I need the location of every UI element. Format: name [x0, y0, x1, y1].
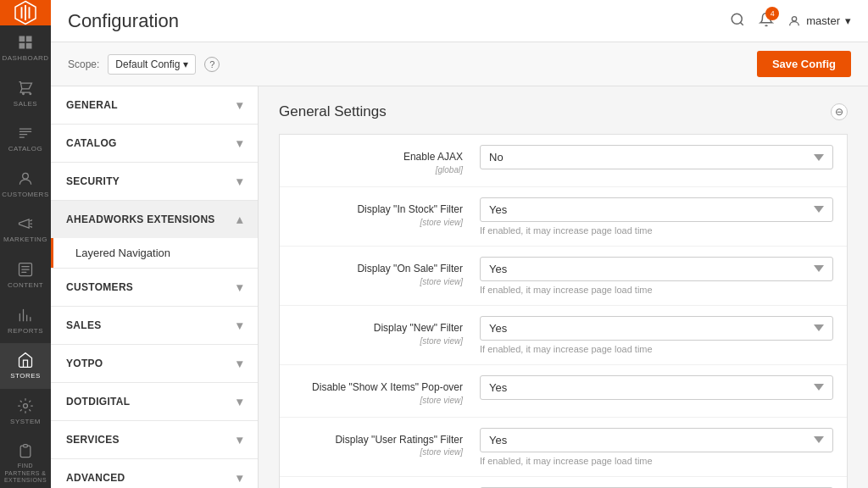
label-enable-ajax: Enable AJAX [global]	[293, 145, 480, 176]
select-in-stock[interactable]: Yes No	[480, 197, 833, 222]
control-show-x: Yes No	[480, 375, 833, 400]
label-show-x: Disable "Show X Items" Pop-over [store v…	[293, 375, 480, 407]
user-dropdown-icon: ▾	[845, 14, 851, 27]
sidebar-item-customers[interactable]: CUSTOMERS	[0, 162, 51, 208]
logo	[0, 0, 51, 25]
nav-sub-item-layered-navigation[interactable]: Layered Navigation	[51, 238, 258, 268]
hint-in-stock: If enabled, it may increase page load ti…	[480, 225, 833, 236]
select-user-ratings[interactable]: Yes No	[480, 428, 833, 452]
nav-section-advanced: ADVANCED ▾	[51, 459, 258, 488]
nav-section-aheadworks: AHEADWORKS EXTENSIONS ▴ Layered Navigati…	[51, 201, 258, 269]
nav-section-header-security[interactable]: SECURITY ▾	[51, 163, 258, 200]
page-title: Configuration	[68, 10, 179, 32]
scope-value: Default Config	[115, 58, 180, 70]
svg-rect-0	[19, 36, 25, 42]
hint-user-ratings: If enabled, it may increase page load ti…	[480, 456, 833, 466]
label-new: Display "New" Filter [store view]	[293, 316, 480, 347]
control-in-stock: Yes No If enabled, it may increase page …	[480, 197, 833, 236]
scope-label: Scope:	[68, 58, 99, 70]
chevron-down-icon: ▾	[236, 471, 242, 485]
user-menu[interactable]: master ▾	[787, 14, 851, 28]
sidebar-item-catalog[interactable]: CATALOG	[0, 116, 51, 162]
nav-section-header-customers[interactable]: CUSTOMERS ▾	[51, 269, 258, 306]
svg-rect-3	[26, 43, 32, 49]
nav-section-header-services[interactable]: SERVICES ▾	[51, 421, 258, 458]
sidebar-item-sales[interactable]: SALES	[0, 71, 51, 117]
catalog-icon	[17, 125, 34, 141]
control-enable-ajax: No Yes	[480, 145, 833, 169]
sidebar-item-find-partners[interactable]: FIND PARTNERS & EXTENSIONS	[0, 434, 51, 488]
label-on-sale: Display "On Sale" Filter [store view]	[293, 257, 480, 288]
svg-point-6	[24, 403, 28, 408]
chevron-down-icon: ▾	[236, 319, 242, 332]
customers-icon	[17, 170, 34, 187]
search-icon[interactable]	[730, 12, 745, 30]
sidebar-item-dashboard[interactable]: DASHBOARD	[0, 25, 51, 71]
nav-section-header-catalog[interactable]: CATALOG ▾	[51, 125, 258, 162]
chevron-down-icon: ▾	[236, 98, 242, 112]
sidebar-item-content[interactable]: CONTENT	[0, 252, 51, 298]
hint-on-sale: If enabled, it may increase page load ti…	[480, 285, 833, 295]
nav-section-header-sales[interactable]: SALES ▾	[51, 307, 258, 344]
stores-icon	[17, 352, 34, 369]
form-row-user-ratings: Display "User Ratings" Filter [store vie…	[280, 418, 847, 477]
marketing-icon	[17, 215, 34, 232]
nav-section-header-aheadworks[interactable]: AHEADWORKS EXTENSIONS ▴	[51, 201, 258, 238]
panel-title: General Settings	[279, 103, 387, 120]
nav-section-header-general[interactable]: GENERAL ▾	[51, 86, 258, 124]
user-name: master	[806, 14, 840, 27]
nav-section-sales: SALES ▾	[51, 307, 258, 345]
form-row-show-x: Disable "Show X Items" Pop-over [store v…	[280, 365, 847, 418]
save-config-button[interactable]: Save Config	[757, 51, 851, 77]
select-show-x[interactable]: Yes No	[480, 375, 833, 400]
control-on-sale: Yes No If enabled, it may increase page …	[480, 257, 833, 295]
notification-bell[interactable]: 4	[759, 12, 774, 30]
find-partners-label: FIND PARTNERS & EXTENSIONS	[0, 463, 51, 484]
magento-logo-icon	[13, 0, 38, 25]
aheadworks-sub-items: Layered Navigation	[51, 238, 258, 268]
select-enable-ajax[interactable]: No Yes	[480, 145, 833, 169]
notification-count: 4	[765, 7, 779, 20]
form-row-new: Display "New" Filter [store view] Yes No…	[280, 306, 847, 365]
help-icon[interactable]: ?	[204, 57, 220, 72]
nav-section-customers: CUSTOMERS ▾	[51, 269, 258, 307]
chevron-down-icon: ▾	[236, 136, 242, 150]
form-row-on-sale: Display "On Sale" Filter [store view] Ye…	[280, 247, 847, 306]
control-user-ratings: Yes No If enabled, it may increase page …	[480, 428, 833, 466]
header-actions: 4 master ▾	[730, 12, 851, 30]
svg-point-8	[793, 16, 797, 20]
nav-section-services: SERVICES ▾	[51, 421, 258, 459]
chevron-down-icon: ▾	[236, 280, 242, 294]
select-on-sale[interactable]: Yes No	[480, 257, 833, 281]
chevron-down-icon: ▾	[236, 433, 242, 446]
label-in-stock: Display "In Stock" Filter [store view]	[293, 197, 480, 229]
svg-point-4	[23, 173, 29, 179]
nav-section-header-yotpo[interactable]: YOTPO ▾	[51, 345, 258, 382]
scope-left: Scope: Default Config ▾ ?	[68, 54, 220, 75]
nav-section-header-advanced[interactable]: ADVANCED ▾	[51, 459, 258, 488]
chevron-down-icon: ▾	[236, 357, 242, 370]
scope-tag-store-view4: [store view]	[293, 395, 463, 407]
label-user-ratings: Display "User Ratings" Filter [store vie…	[293, 428, 480, 459]
svg-rect-2	[19, 43, 25, 49]
settings-form: Enable AJAX [global] No Yes Display "In …	[279, 134, 848, 488]
nav-section-security: SECURITY ▾	[51, 163, 258, 201]
sidebar: DASHBOARD SALES CATALOG CUSTOMERS MARKET…	[0, 0, 51, 488]
right-panel: General Settings ⊖ Enable AJAX [global] …	[259, 86, 868, 488]
form-row-enable-ajax: Enable AJAX [global] No Yes	[280, 135, 847, 187]
select-new[interactable]: Yes No	[480, 316, 833, 341]
sidebar-item-reports[interactable]: REPORTS	[0, 298, 51, 344]
system-icon	[17, 397, 34, 414]
nav-section-dotdigital: DOTDIGITAL ▾	[51, 383, 258, 421]
scope-tag-store-view3: [store view]	[293, 336, 463, 347]
sidebar-item-marketing[interactable]: MARKETING	[0, 207, 51, 252]
sidebar-item-stores[interactable]: STORES	[0, 343, 51, 389]
scope-select[interactable]: Default Config ▾	[108, 54, 196, 75]
sidebar-item-system[interactable]: SYSTEM	[0, 389, 51, 435]
chevron-down-icon: ▾	[236, 175, 242, 188]
sales-icon	[17, 80, 34, 97]
nav-section-catalog: CATALOG ▾	[51, 125, 258, 163]
nav-section-header-dotdigital[interactable]: DOTDIGITAL ▾	[51, 383, 258, 420]
scope-tag-store-view2: [store view]	[293, 276, 463, 288]
collapse-button[interactable]: ⊖	[831, 103, 848, 120]
